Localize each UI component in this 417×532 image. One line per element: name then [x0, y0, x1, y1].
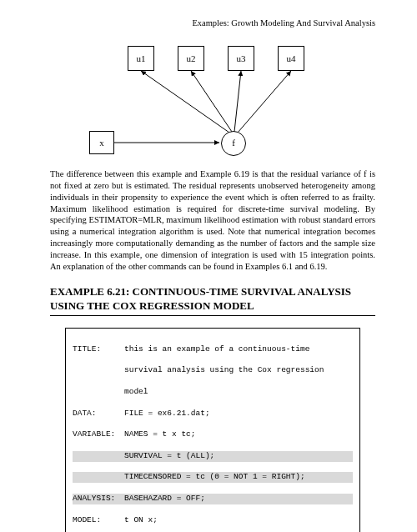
- node-u1: u1: [128, 46, 154, 71]
- code-basehazard: BASEHAZARD = OFF;: [124, 494, 353, 504]
- svg-line-2: [234, 71, 241, 132]
- svg-line-1: [191, 71, 232, 132]
- code-title-line2: survival analysis using the Cox regressi…: [124, 365, 353, 376]
- node-x: x: [89, 131, 114, 154]
- svg-line-3: [238, 71, 291, 133]
- node-u4: u4: [278, 46, 304, 71]
- node-u2: u2: [178, 46, 204, 71]
- code-data: FILE = ex6.21.dat;: [124, 409, 353, 419]
- code-model: t ON x;: [124, 515, 353, 526]
- running-head: Examples: Growth Modeling And Survival A…: [50, 18, 375, 28]
- mplus-code-box: TITLE:this is an example of a continuous…: [65, 328, 360, 532]
- code-survival: SURVIVAL = t (ALL);: [124, 451, 353, 462]
- svg-line-0: [141, 71, 229, 133]
- code-title-line1: this is an example of a continuous-time: [124, 344, 353, 355]
- node-u3: u3: [228, 46, 254, 71]
- code-label-variable: VARIABLE:: [73, 429, 124, 440]
- code-label-data: DATA:: [73, 409, 124, 419]
- figure-path-diagram-1: u1 u2 u3 u4 x f: [88, 39, 338, 160]
- code-label-title: TITLE:: [73, 344, 124, 355]
- code-label-model: MODEL:: [73, 515, 124, 526]
- code-timecensored: TIMECENSORED = tc (0 = NOT 1 = RIGHT);: [124, 472, 353, 483]
- body-paragraph: The difference between this example and …: [50, 168, 375, 273]
- node-f-latent: f: [221, 131, 246, 156]
- code-title-line3: model: [124, 387, 353, 398]
- code-label-analysis: ANALYSIS:: [73, 494, 124, 504]
- code-var-names: NAMES = t x tc;: [124, 429, 353, 440]
- section-heading: EXAMPLE 6.21: CONTINUOUS-TIME SURVIVAL A…: [50, 284, 375, 316]
